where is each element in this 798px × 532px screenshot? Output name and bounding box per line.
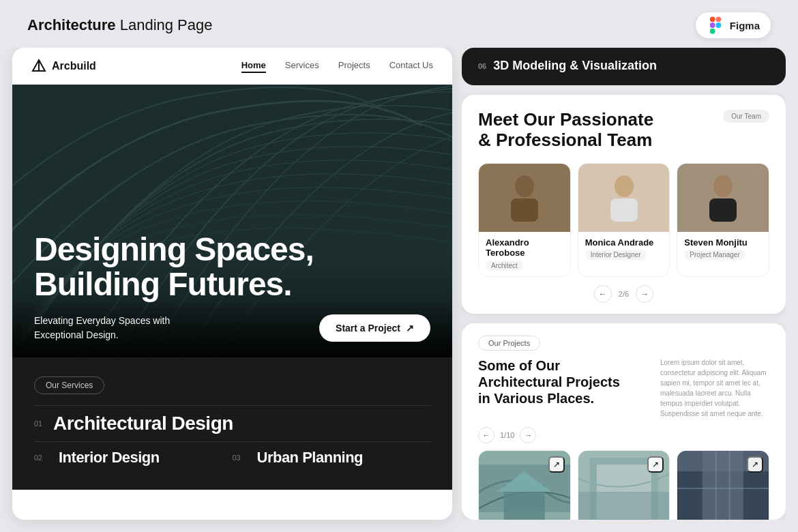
svg-rect-1 <box>715 16 721 22</box>
team-next-button[interactable]: → <box>636 285 653 303</box>
team-nav-count: 2/6 <box>619 290 629 298</box>
dark-section: 06 3D Modeling & Visualization <box>462 48 786 85</box>
projects-prev-button[interactable]: ← <box>478 427 494 443</box>
service-name-2: Interior Design <box>59 449 160 467</box>
nav-link-projects[interactable]: Projects <box>338 60 370 73</box>
team-member-role-1: Architect <box>486 261 523 271</box>
service-num-3: 03 <box>233 454 252 462</box>
svg-point-7 <box>515 175 534 197</box>
team-member-role-3: Project Manager <box>684 250 745 260</box>
left-panel: Arcbuild Home Services Projects Contact … <box>12 48 452 520</box>
projects-nav: ← 1/10 → <box>478 427 769 443</box>
person-silhouette-1 <box>507 174 542 222</box>
team-title: Meet Our Passionate & Professional Team <box>478 110 653 151</box>
team-prev-button[interactable]: ← <box>594 285 612 303</box>
hero-content: Designing Spaces, Building Futures. <box>12 216 452 301</box>
modeling-item: 06 3D Modeling & Visualization <box>478 59 769 73</box>
project-expand-2[interactable]: ↗ <box>647 456 664 473</box>
nav-bar: Arcbuild Home Services Projects Contact … <box>12 48 452 85</box>
team-member-name-2: Monica Andrade <box>585 237 663 248</box>
svg-point-9 <box>615 175 634 197</box>
right-panel: 06 3D Modeling & Visualization Meet Our … <box>462 48 786 520</box>
service-col-2: 02 Interior Design <box>34 449 233 467</box>
service-num-2: 02 <box>34 454 53 462</box>
start-project-button[interactable]: Start a Project ↗ <box>319 314 430 342</box>
project-image-2: ↗ <box>578 451 670 520</box>
hero-section: Designing Spaces, Building Futures. Elev… <box>12 85 452 357</box>
nav-link-services[interactable]: Services <box>285 60 319 73</box>
svg-rect-2 <box>710 23 715 28</box>
modeling-name: 3D Modeling & Visualization <box>493 59 657 73</box>
top-bar: Architecture Landing Page Figma <box>0 0 798 48</box>
team-title-line2: & Professional Team <box>478 130 653 151</box>
team-tag: Our Team <box>723 110 769 123</box>
team-card-1: Alexandro Terobose Architect <box>478 163 571 277</box>
hero-headline-line2: Building Futures. <box>34 267 430 301</box>
page-title: Architecture Landing Page <box>27 16 213 34</box>
service-name-3: Urban Planning <box>257 449 364 467</box>
figma-badge[interactable]: Figma <box>696 12 771 38</box>
project-card-2: ↗ Architecture Project 2015/2019 📍 A-10 … <box>578 450 670 520</box>
team-member-name-1: Alexandro Terobose <box>486 237 563 258</box>
projects-title: Some of Our Architectural Projects in Va… <box>478 357 628 407</box>
projects-tag: Our Projects <box>478 336 540 351</box>
hero-overlay: Designing Spaces, Building Futures. Elev… <box>12 85 452 357</box>
svg-point-11 <box>713 175 733 197</box>
svg-rect-10 <box>610 198 638 222</box>
hero-image: Designing Spaces, Building Futures. Elev… <box>12 85 452 357</box>
service-num-1: 01 <box>34 419 53 428</box>
team-member-name-3: Steven Monjitu <box>684 237 762 248</box>
team-card-photo-2 <box>578 164 670 232</box>
team-card-photo-3 <box>677 164 769 232</box>
projects-section: Our Projects Some of Our Architectural P… <box>462 323 786 520</box>
hero-bottom: Elevating Everyday Spaces with Exception… <box>12 301 452 357</box>
nav-link-contact[interactable]: Contact Us <box>389 60 433 73</box>
team-card-2: Monica Andrade Interior Designer <box>578 163 670 277</box>
team-cards: Alexandro Terobose Architect Monica Andr… <box>478 163 769 277</box>
projects-next-button[interactable]: → <box>520 427 536 443</box>
title-rest: Landing Page <box>116 16 213 33</box>
services-list: 01 Architectural Design 02 Interior Desi… <box>34 405 430 473</box>
projects-nav-count: 1/10 <box>500 431 514 439</box>
project-image-1: ↗ <box>479 451 570 520</box>
team-section: Meet Our Passionate & Professional Team … <box>462 95 786 314</box>
svg-rect-19 <box>578 492 670 520</box>
team-card-3: Steven Monjitu Project Manager <box>677 163 769 277</box>
arrow-icon: ↗ <box>406 323 414 334</box>
service-col-3: 03 Urban Planning <box>233 449 431 467</box>
figma-icon <box>707 16 724 34</box>
nav-link-home[interactable]: Home <box>241 60 266 73</box>
svg-rect-3 <box>710 29 715 34</box>
services-section: Our Services 01 Architectural Design 02 … <box>12 357 452 490</box>
project-cards: ↗ Neo Modern Apartment 📍 900 Wanneress S… <box>478 450 769 520</box>
team-title-line1: Meet Our Passionate <box>478 110 653 130</box>
svg-point-4 <box>715 23 721 28</box>
modeling-num: 06 <box>478 62 486 70</box>
service-name-1: Architectural Design <box>53 413 233 434</box>
project-card-1: ↗ Neo Modern Apartment 📍 900 Wanneress S… <box>478 450 571 520</box>
svg-rect-0 <box>710 16 715 22</box>
team-member-role-2: Interior Designer <box>585 250 647 260</box>
project-expand-1[interactable]: ↗ <box>548 456 565 473</box>
projects-header: Some of Our Architectural Projects in Va… <box>478 357 769 419</box>
projects-desc: Lorem ipsum dolor sit amet, consectetur … <box>660 357 769 419</box>
figma-label: Figma <box>730 20 760 31</box>
cta-label: Start a Project <box>336 323 400 334</box>
team-nav: ← 2/6 → <box>478 285 769 303</box>
title-bold: Architecture <box>27 16 116 33</box>
svg-rect-12 <box>709 198 737 222</box>
hero-headline-line1: Designing Spaces, <box>34 233 430 267</box>
main-layout: Arcbuild Home Services Projects Contact … <box>0 48 798 532</box>
nav-links: Home Services Projects Contact Us <box>241 60 433 73</box>
project-expand-3[interactable]: ↗ <box>747 456 763 473</box>
service-item-1: 01 Architectural Design <box>34 405 430 441</box>
svg-rect-8 <box>511 198 538 222</box>
services-tag: Our Services <box>34 376 104 394</box>
team-header: Meet Our Passionate & Professional Team … <box>478 110 769 151</box>
project-image-3: ↗ <box>677 451 769 520</box>
person-silhouette-2 <box>607 174 641 222</box>
team-card-info-2: Monica Andrade Interior Designer <box>578 232 670 266</box>
team-card-photo-1 <box>479 164 570 232</box>
nav-logo: Arcbuild <box>31 59 96 74</box>
services-row: 02 Interior Design 03 Urban Planning <box>34 449 430 467</box>
